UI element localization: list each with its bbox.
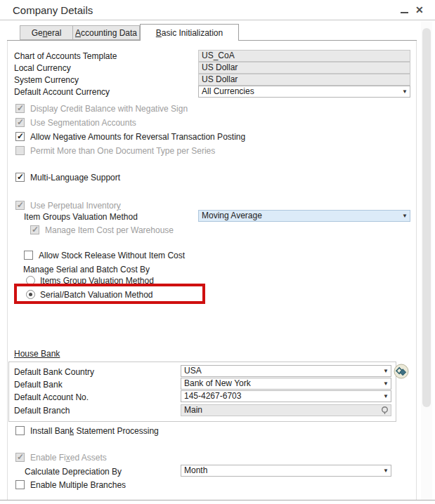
allow-stock-release-checkbox[interactable] [24, 251, 33, 260]
tab-general[interactable]: General [20, 25, 73, 40]
install-bank-statement-label: Install Bank Statement Processing [30, 426, 159, 436]
enable-fixed-assets-label: Enable Fixed Assets [30, 453, 107, 463]
annotation-highlight-box [14, 284, 205, 304]
local-currency-field: US Dollar [198, 62, 410, 74]
link-icon[interactable] [393, 363, 410, 382]
use-segmentation-checkbox [15, 118, 25, 127]
multi-language-checkbox[interactable] [15, 173, 25, 182]
choose-from-list-icon[interactable] [380, 406, 389, 416]
display-credit-balance-checkbox [15, 104, 25, 113]
default-bank-country-dropdown[interactable]: USA [181, 365, 391, 377]
system-currency-field: US Dollar [198, 74, 410, 86]
tab-accounting-data[interactable]: Accounting Data [72, 25, 140, 40]
panel-border-right [416, 40, 417, 500]
use-perpetual-inventory-checkbox [15, 201, 25, 210]
local-currency-label: Local Currency [14, 63, 71, 73]
dropdown-arrow-icon[interactable] [402, 89, 408, 95]
serial-batch-heading: Manage Serial and Batch Cost By [23, 265, 150, 274]
install-bank-statement-checkbox[interactable] [15, 426, 25, 435]
default-account-no-label: Default Account No. [14, 392, 89, 402]
enable-multiple-branches-label: Enable Multiple Branches [30, 480, 126, 490]
manage-item-cost-checkbox [30, 225, 39, 234]
house-bank-heading: House Bank [14, 349, 60, 359]
dropdown-arrow-icon[interactable] [383, 468, 389, 474]
default-account-no-dropdown[interactable]: 145-4267-6703 [181, 390, 391, 402]
coa-template-label: Chart of Accounts Template [14, 51, 117, 61]
default-bank-dropdown[interactable]: Bank of New York [181, 378, 391, 390]
default-bank-label: Default Bank [14, 380, 63, 390]
system-currency-label: System Currency [14, 75, 79, 85]
display-credit-balance-label: Display Credit Balance with Negative Sig… [30, 104, 188, 114]
close-icon[interactable]: ✕ [415, 4, 424, 15]
scrollbar-thumb[interactable] [422, 28, 431, 407]
calculate-depreciation-label: Calculate Depreciation By [25, 467, 122, 477]
window-bottom-border [0, 500, 435, 500]
permit-multiple-doc-types-checkbox [15, 146, 25, 155]
dropdown-arrow-icon[interactable] [383, 369, 389, 374]
panel-border-left [7, 40, 8, 500]
default-branch-label: Default Branch [14, 406, 70, 416]
permit-multiple-doc-types-label: Permit More than One Document Type per S… [30, 146, 215, 156]
dropdown-arrow-icon[interactable] [383, 394, 389, 399]
allow-stock-release-label: Allow Stock Release Without Item Cost [39, 251, 185, 260]
default-account-currency-label: Default Account Currency [14, 87, 110, 97]
tab-basic-initialization[interactable]: Basic Initialization [140, 24, 239, 41]
calculate-depreciation-dropdown[interactable]: Month [181, 465, 391, 477]
dropdown-arrow-icon[interactable] [383, 381, 389, 387]
use-perpetual-inventory-label: Use Perpetual Inventory [30, 201, 121, 211]
item-groups-valuation-label: Item Groups Valuation Method [24, 212, 138, 222]
window-title: Company Details [13, 4, 93, 16]
enable-fixed-assets-checkbox [15, 453, 25, 462]
allow-negative-amounts-label: Allow Negative Amounts for Reversal Tran… [30, 132, 245, 142]
default-branch-field: Main [181, 404, 391, 416]
use-segmentation-label: Use Segmentation Accounts [30, 118, 136, 128]
coa-template-field: US_CoA [198, 50, 410, 62]
multi-language-label: Multi-Language Support [30, 173, 120, 183]
titlebar-divider [0, 20, 435, 20]
default-bank-country-label: Default Bank Country [14, 367, 94, 377]
default-account-currency-dropdown[interactable]: All Currencies [198, 86, 410, 98]
minimize-icon[interactable] [401, 12, 408, 13]
allow-negative-amounts-checkbox[interactable] [15, 132, 25, 141]
dropdown-arrow-icon[interactable] [402, 213, 408, 219]
enable-multiple-branches-checkbox[interactable] [15, 480, 25, 489]
manage-item-cost-label: Manage Item Cost per Warehouse [45, 225, 174, 235]
item-groups-valuation-dropdown[interactable]: Moving Average [198, 210, 410, 222]
